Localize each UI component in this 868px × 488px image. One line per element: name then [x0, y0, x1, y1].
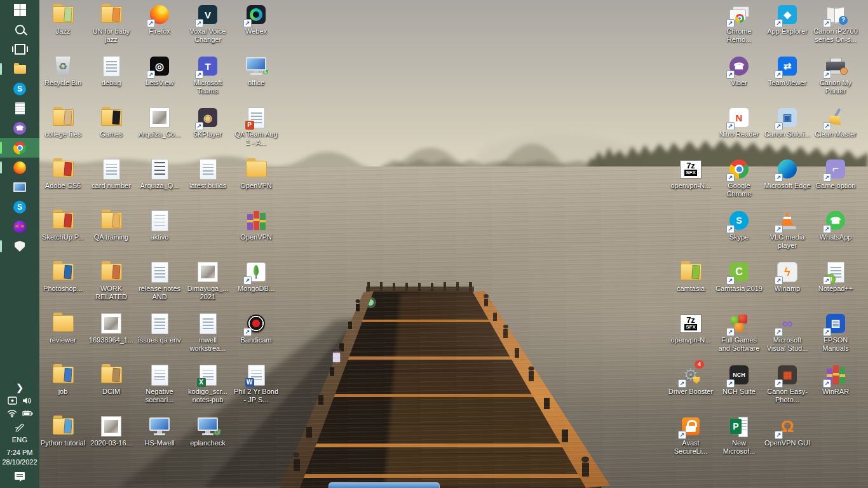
desktop-icon-photoshop[interactable]: Photoshop... — [39, 261, 87, 293]
desktop-icon-sketchup-p[interactable]: SketchUp.P... — [39, 209, 87, 241]
desktop-icon-16938964-1[interactable]: 16938964_1... — [87, 312, 135, 344]
desktop-icon-negative-scenari[interactable]: Negative scenari... — [135, 363, 184, 404]
desktop-icon-dimayuga-2021[interactable]: Dimayuga_... 2021 — [184, 261, 232, 301]
taskbar-item-task-view[interactable] — [0, 39, 39, 59]
desktop-icon-openvpn[interactable]: OpenVPN — [232, 158, 280, 190]
desktop-icon-epson-manuals[interactable]: ▤↗EPSON Manuals — [811, 312, 860, 353]
desktop-icon-phil-2-yr-bond-jp-s[interactable]: WPhil 2 Yr Bond - JP S... — [232, 363, 280, 404]
desktop-icon-letsview[interactable]: ◎↗LetsView — [135, 55, 184, 87]
taskbar-item-search[interactable] — [0, 20, 39, 39]
desktop-icon-teamviewer[interactable]: ⇄↗TeamViewer — [763, 55, 811, 87]
taskbar-item-file-explorer[interactable] — [0, 59, 39, 79]
desktop-icon-canon-easy-photo[interactable]: ▦↗Canon Easy-Photo... — [763, 363, 811, 404]
desktop-icon-issues-qa-env[interactable]: issues qa env — [135, 312, 184, 344]
desktop-icon-arquiza-co[interactable]: Arquiza_Co... — [135, 106, 184, 139]
desktop-icon-openvpn-n[interactable]: 7zSFXopenvpn-N... — [667, 158, 715, 190]
desktop-icon-chrome-remo[interactable]: ↗Chrome Remo... — [715, 3, 763, 44]
desktop-icon-un-for-baby-jazz[interactable]: UN for baby jazz — [87, 3, 135, 44]
language-indicator[interactable]: ENG — [12, 436, 28, 444]
desktop-icon-full-games-and-software[interactable]: ↗Full Games and Software — [715, 312, 763, 353]
taskbar-item-skype[interactable]: S — [0, 79, 39, 98]
desktop-icon-firefox[interactable]: ↗Firefox — [135, 3, 184, 36]
desktop-icon-aktivo[interactable]: aktivo — [135, 209, 184, 241]
desktop-icon-arquiza-q[interactable]: Arquiza_Q... — [135, 158, 184, 190]
desktop-icon-camtasia-2019[interactable]: C↗Camtasia 2019 — [715, 261, 763, 293]
desktop-icon-avast-secureli[interactable]: ↗Avast SecureLi... — [667, 415, 715, 456]
desktop-icon-recycle-bin[interactable]: ♻Recycle Bin — [39, 55, 87, 87]
desktop-icon-whatsapp[interactable]: ☎↗WhatsApp — [811, 209, 860, 241]
desktop-icon-5kplayer[interactable]: ◉↗5KPlayer — [184, 106, 232, 139]
desktop-icon-adobe-cs6[interactable]: Adobe CS6 — [39, 158, 87, 190]
desktop-icon-google-chrome[interactable]: ↗Google Chrome — [715, 158, 763, 198]
desktop-icon-dcim[interactable]: DCIM — [87, 363, 135, 396]
taskbar-item-windows-defender[interactable] — [0, 236, 39, 256]
desktop-icon-games[interactable]: Games — [87, 106, 135, 139]
desktop-icon-office[interactable]: ↺office — [232, 55, 280, 87]
desktop-icon-new-microsof[interactable]: PNew Microsof... — [715, 415, 763, 456]
desktop-icon-qa-team-aug-1-a[interactable]: PQA Team Aug 1 - A... — [232, 106, 280, 147]
desktop-icon-viber[interactable]: ☎↗Viber — [715, 55, 763, 87]
taskbar-item-firefox[interactable] — [0, 158, 39, 177]
taskbar-item-remote-desktop[interactable] — [0, 177, 39, 197]
windows-ink-pen-icon[interactable] — [15, 422, 25, 431]
desktop-icon-reviewer[interactable]: reviewer — [39, 312, 87, 344]
desktop-icon-voxal-voice-changer[interactable]: V↗Voxal Voice Changer — [184, 3, 232, 44]
desktop-icon-driver-booster[interactable]: ⚙↗4Driver Booster — [667, 363, 715, 396]
desktop-icon-winamp[interactable]: ϟ↗Winamp — [763, 261, 811, 293]
desktop-icon-canon-soluti[interactable]: ▣↗Canon Soluti... — [763, 106, 811, 139]
taskbar-item-notepad[interactable] — [0, 98, 39, 118]
desktop-icon-college-files[interactable]: college files — [39, 106, 87, 139]
desktop-icon-jazz[interactable]: Jazz — [39, 3, 87, 36]
tablet-mode-icon[interactable] — [8, 396, 17, 405]
window-edge-peek[interactable] — [329, 482, 440, 488]
camtasia-icon — [679, 261, 702, 283]
taskbar-item-skype-2[interactable]: S — [0, 197, 39, 217]
desktop-icon-canon-my-printer[interactable]: ↗Canon My Printer — [811, 55, 860, 95]
desktop-icon-microsoft-teams[interactable]: T↗Microsoft Teams — [184, 55, 232, 95]
show-hidden-icons-chevron-icon[interactable]: ❯ — [16, 383, 24, 392]
desktop-icon-skype[interactable]: S↗Skype — [715, 209, 763, 241]
desktop-icon-2020-03-16[interactable]: 2020-03-16... — [87, 415, 135, 447]
desktop-icon-card-number[interactable]: card number — [87, 158, 135, 190]
desktop-icon-openvpn-n[interactable]: 7zSFXopenvpn-N... — [667, 312, 715, 344]
desktop-icon-work-related[interactable]: WORK RELATED — [87, 261, 135, 301]
battery-icon[interactable] — [22, 410, 33, 417]
desktop-icon-python-tutorial[interactable]: Python tutorial — [39, 415, 87, 447]
desktop-icon-release-notes-and[interactable]: release notes AND — [135, 261, 184, 301]
2020-03-16-icon — [100, 415, 123, 438]
volume-icon[interactable] — [22, 396, 32, 405]
desktop-icon-camtasia[interactable]: camtasia — [667, 261, 715, 293]
taskbar-item-chrome[interactable] — [0, 138, 39, 158]
wifi-icon[interactable] — [7, 409, 17, 417]
desktop-icon-notepad[interactable]: N↗Notepad++ — [811, 261, 860, 293]
desktop-icon-vlc-media-player[interactable]: ↗VLC media player — [763, 209, 811, 250]
action-center-icon[interactable] — [14, 471, 25, 482]
desktop-icon-kodigo-scr-notes-pub[interactable]: Xkodigo_scr... notes-pub — [184, 363, 232, 404]
desktop-icon-job[interactable]: job — [39, 363, 87, 396]
desktop-icon-bandicam[interactable]: ↗Bandicam — [232, 312, 280, 344]
desktop-icon-canon-ip2700-series-on-s[interactable]: ?↗Canon iP2700 series On-s... — [811, 3, 860, 44]
desktop-icon-mwell-workstrea[interactable]: mwell workstrea... — [184, 312, 232, 353]
desktop-icon-label: Full Games and Software — [715, 336, 763, 353]
desktop-icon-nch-suite[interactable]: NCH↗NCH Suite — [715, 363, 763, 396]
desktop-icon-openvpn-gui[interactable]: Ω↗OpenVPN GUI — [763, 415, 811, 447]
taskbar-item-start[interactable] — [0, 0, 39, 20]
taskbar-item-purple-messenger[interactable] — [0, 217, 39, 236]
desktop-icon-qa-training[interactable]: QA training — [87, 209, 135, 241]
desktop-icon-game-option[interactable]: ⌐↗Game option — [811, 158, 860, 190]
desktop-icon-clean-master[interactable]: ↗Clean Master — [811, 106, 860, 139]
desktop-icon-debug[interactable]: debug — [87, 55, 135, 87]
desktop-icon-app-explorer[interactable]: ◆↗App Explorer — [763, 3, 811, 36]
desktop-icon-eplancheck[interactable]: ↺eplancheck — [184, 415, 232, 447]
desktop-icon-webex[interactable]: ↗Webex — [232, 3, 280, 36]
desktop-icon-microsoft-edge[interactable]: ↗Microsoft Edge — [763, 158, 811, 190]
desktop-icon-winrar[interactable]: ↗WinRAR — [811, 363, 860, 396]
desktop-icon-hs-mwell[interactable]: HS-Mwell — [135, 415, 184, 447]
desktop-icon-latest-builds[interactable]: latest builds — [184, 158, 232, 190]
desktop-icon-mongodb[interactable]: ↗MongoDB... — [232, 261, 280, 293]
desktop-icon-nitro-reader[interactable]: N↗Nitro Reader — [715, 106, 763, 139]
desktop-icon-openvpn[interactable]: OpenVPN — [232, 209, 280, 241]
taskbar-item-viber[interactable]: ☎ — [0, 118, 39, 138]
clock[interactable]: 7:24 PM 28/10/2022 — [2, 448, 37, 467]
desktop-icon-microsoft-visual-stud[interactable]: ∞↗Microsoft Visual Stud... — [763, 312, 811, 353]
